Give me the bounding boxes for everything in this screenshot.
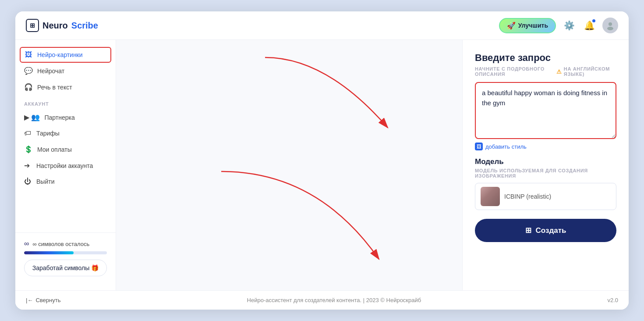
footer: |← Свернуть Нейро-ассистент для создател… bbox=[15, 290, 629, 310]
model-thumb-image bbox=[481, 187, 500, 206]
partner-icon: ▶ 👥 bbox=[24, 113, 40, 121]
neuro-chat-icon: 💬 bbox=[24, 67, 33, 75]
create-button[interactable]: ⊞ Создать bbox=[475, 219, 616, 242]
svg-point-0 bbox=[609, 22, 612, 26]
model-subtitle: МОДЕЛЬ ИСПОЛЬЗУЕМАЯ ДЛЯ СОЗДАНИЯ ИЗОБРАЖ… bbox=[475, 168, 616, 178]
subtitle-note: НА АНГЛИЙСКОМ ЯЗЫКЕ) bbox=[564, 66, 616, 77]
payments-label: Мои оплаты bbox=[37, 146, 72, 153]
arrow-to-textarea bbox=[239, 49, 405, 145]
right-panel: Введите запрос НАЧНИТЕ С ПОДРОБНОГО ОПИС… bbox=[462, 40, 629, 290]
rocket-icon: 🚀 bbox=[507, 21, 516, 30]
model-select[interactable]: ICBINP (realistic) bbox=[475, 183, 616, 210]
sidebar-item-neuro-images[interactable]: 🖼 Нейро-картинки bbox=[20, 47, 111, 63]
sidebar-item-account-settings[interactable]: ➔ Настройки аккаунта bbox=[15, 157, 116, 174]
sidebar-item-payments[interactable]: 💲 Мои оплаты bbox=[15, 141, 116, 157]
header: ⊞ NeuroScribe 🚀 Улучшить ⚙️ 🔔 bbox=[15, 11, 629, 40]
neuro-images-icon: 🖼 bbox=[25, 51, 33, 59]
footer-version: v2.0 bbox=[607, 297, 618, 303]
neuro-images-label: Нейро-картинки bbox=[37, 51, 83, 58]
settings-icon: ⚙️ bbox=[564, 20, 575, 31]
logo-neuro: Neuro bbox=[42, 21, 68, 31]
speech-text-icon: 🎧 bbox=[24, 83, 33, 91]
add-style-label: добавить стиль bbox=[485, 143, 527, 150]
settings-button[interactable]: ⚙️ bbox=[562, 18, 576, 32]
upgrade-label: Улучшить bbox=[518, 22, 548, 29]
footer-center-text: Нейро-ассистент для создателей контента.… bbox=[247, 297, 421, 303]
logo: ⊞ NeuroScribe bbox=[26, 19, 98, 32]
infinity-icon: ∞ bbox=[24, 240, 29, 248]
sidebar-item-logout[interactable]: ⏻ Выйти bbox=[15, 174, 116, 189]
collapse-button[interactable]: |← Свернуть bbox=[26, 297, 60, 303]
progress-bar-fill bbox=[24, 251, 74, 254]
main-content: Введите запрос НАЧНИТЕ С ПОДРОБНОГО ОПИС… bbox=[116, 40, 629, 290]
logout-label: Выйти bbox=[36, 178, 54, 185]
svg-point-1 bbox=[607, 27, 613, 30]
model-thumbnail bbox=[481, 187, 500, 206]
header-right: 🚀 Улучшить ⚙️ 🔔 bbox=[499, 18, 618, 33]
create-label: Создать bbox=[536, 226, 566, 235]
symbols-row: ∞ ∞ символов осталось bbox=[24, 240, 107, 248]
content-area bbox=[116, 40, 462, 290]
create-icon: ⊞ bbox=[525, 226, 531, 235]
speech-text-label: Речь в текст bbox=[37, 84, 72, 91]
subtitle-text: НАЧНИТЕ С ПОДРОБНОГО ОПИСАНИЯ bbox=[475, 66, 553, 77]
warn-icon: ⚠ bbox=[556, 68, 562, 75]
avatar[interactable] bbox=[602, 18, 618, 33]
app-window: ⊞ NeuroScribe 🚀 Улучшить ⚙️ 🔔 bbox=[15, 11, 629, 310]
earn-symbols-button[interactable]: Заработай символы 🎁 bbox=[24, 260, 107, 276]
collapse-icon: |← bbox=[26, 297, 33, 303]
account-settings-label: Настройки аккаунта bbox=[36, 162, 93, 169]
collapse-label: Свернуть bbox=[35, 297, 60, 303]
sidebar-item-tariffs[interactable]: 🏷 Тарифы bbox=[15, 125, 116, 141]
earn-btn-label: Заработай символы 🎁 bbox=[32, 264, 99, 271]
panel-title: Введите запрос bbox=[475, 52, 616, 64]
tariffs-icon: 🏷 bbox=[24, 129, 32, 137]
notification-dot bbox=[592, 19, 595, 22]
account-settings-icon: ➔ bbox=[24, 161, 32, 170]
logo-scribe: Scribe bbox=[71, 21, 98, 31]
style-icon: 🖼 bbox=[475, 143, 483, 150]
symbols-label: ∞ символов осталось bbox=[32, 241, 89, 247]
partner-label: Партнерка bbox=[44, 114, 74, 121]
sidebar: 🖼 Нейро-картинки 💬 Нейрочат 🎧 Речь в тек… bbox=[15, 40, 116, 290]
body: 🖼 Нейро-картинки 💬 Нейрочат 🎧 Речь в тек… bbox=[15, 40, 629, 290]
model-name: ICBINP (realistic) bbox=[504, 193, 611, 200]
upgrade-button[interactable]: 🚀 Улучшить bbox=[499, 18, 556, 33]
sidebar-nav: 🖼 Нейро-картинки 💬 Нейрочат 🎧 Речь в тек… bbox=[15, 47, 116, 229]
sidebar-item-neuro-chat[interactable]: 💬 Нейрочат bbox=[15, 63, 116, 79]
logout-icon: ⏻ bbox=[24, 178, 32, 185]
notification-button[interactable]: 🔔 bbox=[582, 18, 596, 32]
tariffs-label: Тарифы bbox=[36, 130, 60, 137]
neuro-chat-label: Нейрочат bbox=[37, 68, 64, 75]
arrow-to-create-btn bbox=[204, 163, 405, 277]
account-section-label: АККАУНТ bbox=[15, 95, 116, 109]
progress-bar-background bbox=[24, 251, 107, 254]
logo-icon: ⊞ bbox=[26, 19, 39, 32]
sidebar-item-partner[interactable]: ▶ 👥 Партнерка bbox=[15, 109, 116, 125]
query-textarea[interactable]: a beautiful happy woman is doing fitness… bbox=[475, 82, 616, 139]
add-style-button[interactable]: 🖼 добавить стиль bbox=[475, 139, 616, 154]
model-section: Модель МОДЕЛЬ ИСПОЛЬЗУЕМАЯ ДЛЯ СОЗДАНИЯ … bbox=[475, 157, 616, 219]
payments-icon: 💲 bbox=[24, 145, 33, 153]
model-title: Модель bbox=[475, 157, 616, 166]
panel-subtitle: НАЧНИТЕ С ПОДРОБНОГО ОПИСАНИЯ ⚠ НА АНГЛИ… bbox=[475, 66, 616, 77]
sidebar-item-speech-text[interactable]: 🎧 Речь в текст bbox=[15, 79, 116, 95]
sidebar-bottom: ∞ ∞ символов осталось Заработай символы … bbox=[15, 232, 116, 283]
